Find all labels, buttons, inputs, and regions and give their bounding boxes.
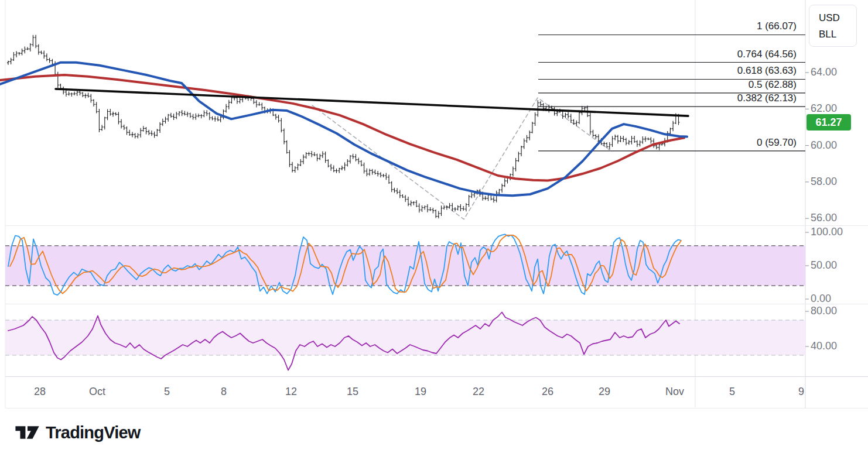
date-axis-label: 12 — [271, 386, 312, 398]
price-axis-label: 64.00 — [811, 66, 863, 78]
date-axis-label: Oct — [77, 386, 118, 398]
price-axis-label: 58.00 — [811, 176, 863, 188]
date-axis-label: 22 — [458, 386, 499, 398]
fib-level-label: 1 (66.07) — [562, 20, 797, 32]
symbol-code: BLL — [819, 26, 856, 43]
price-axis-label: 50.00 — [811, 259, 863, 272]
fib-level-label: 0 (59.70) — [562, 137, 797, 149]
fib-level-label: 0.382 (62.13) — [562, 92, 797, 104]
symbol-info-box: USD BLL — [809, 5, 857, 47]
price-axis-label: 0.00 — [811, 293, 863, 305]
last-price-value: 61.27 — [815, 116, 842, 128]
fib-level-label: 0.764 (64.56) — [562, 49, 797, 60]
date-axis-label: 28 — [19, 386, 60, 398]
date-axis-label: 26 — [527, 386, 568, 398]
date-axis-label: 19 — [400, 386, 441, 398]
tradingview-logo-text: TradingView — [46, 423, 141, 442]
date-axis-label: 15 — [332, 386, 373, 398]
date-axis-label: 9 — [781, 386, 822, 398]
date-axis-label: 5 — [712, 386, 753, 398]
price-axis-label: 100.00 — [811, 226, 863, 238]
last-price-badge: 61.27 — [807, 114, 851, 131]
tradingview-logo-icon — [15, 423, 40, 442]
price-axis-label: 80.00 — [811, 305, 863, 317]
date-axis-label: 5 — [146, 386, 187, 398]
date-axis-label: 8 — [203, 386, 244, 398]
tradingview-chart: 1 (66.07)0.764 (64.56)0.618 (63.63)0.5 (… — [0, 0, 868, 460]
symbol-currency: USD — [819, 10, 856, 26]
price-axis-label: 40.00 — [811, 340, 863, 352]
date-axis-label: Nov — [654, 386, 695, 398]
date-axis-label: 29 — [584, 386, 625, 398]
price-axis-label: 60.00 — [811, 139, 863, 152]
fib-level-label: 0.5 (62.88) — [562, 79, 797, 91]
price-axis-label: 56.00 — [811, 212, 863, 224]
fib-level-label: 0.618 (63.63) — [562, 65, 797, 77]
tradingview-logo[interactable]: TradingView — [15, 423, 141, 442]
price-axis-label: 62.00 — [811, 102, 863, 115]
